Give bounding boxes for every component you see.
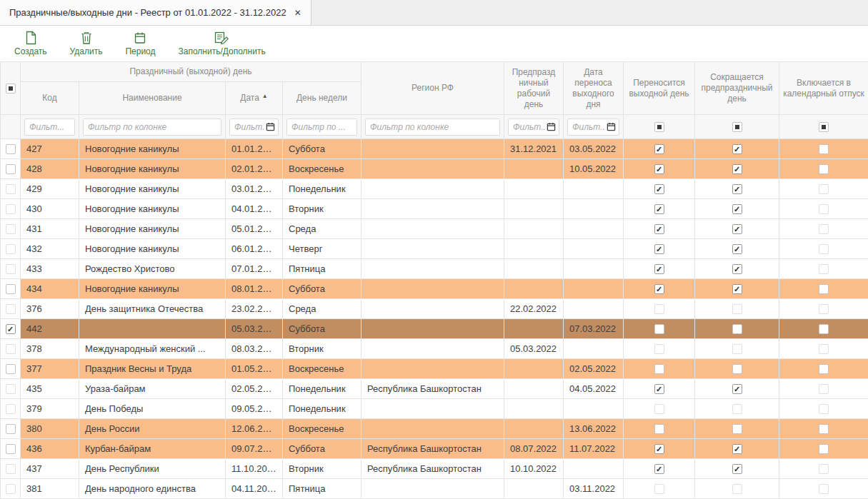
filter-date-field[interactable] [229, 119, 279, 136]
is-transferred-checkbox[interactable] [654, 364, 664, 374]
filter-is-shortened-checkbox[interactable] [732, 122, 742, 132]
in-vacation-checkbox[interactable] [819, 324, 829, 334]
filter-is-transferred-checkbox[interactable] [654, 122, 664, 132]
row-select-checkbox[interactable] [6, 264, 16, 274]
calendar-icon[interactable] [607, 122, 616, 131]
filter-preholiday-input[interactable] [513, 122, 545, 132]
is-transferred-checkbox[interactable] [654, 344, 664, 354]
row-select-checkbox[interactable] [6, 304, 16, 314]
is-transferred-checkbox[interactable] [654, 404, 664, 414]
row-select-checkbox[interactable] [6, 404, 16, 414]
in-vacation-checkbox[interactable] [819, 144, 829, 154]
row-select-checkbox[interactable] [6, 184, 16, 194]
is-shortened-checkbox[interactable] [732, 324, 742, 334]
tab-holidays-registry[interactable]: Праздничные/выходные дни - Реестр от 01.… [0, 0, 311, 25]
table-row[interactable]: 376День защитника Отечества23.02.2022Сре… [1, 299, 868, 319]
in-vacation-checkbox[interactable] [819, 184, 829, 194]
row-select-checkbox[interactable] [6, 424, 16, 434]
in-vacation-checkbox[interactable] [819, 384, 829, 394]
in-vacation-checkbox[interactable] [819, 404, 829, 414]
in-vacation-checkbox[interactable] [819, 484, 829, 494]
is-transferred-checkbox[interactable] [654, 484, 664, 494]
fill-append-button[interactable]: Заполнить/Дополнить [176, 29, 269, 58]
table-row[interactable]: 428Новогодние каникулы02.01.2022Воскресе… [1, 159, 868, 179]
row-select-checkbox[interactable] [6, 204, 16, 214]
row-select-checkbox[interactable] [6, 364, 16, 374]
table-row[interactable]: 434Новогодние каникулы08.01.2022Суббота✓… [1, 279, 868, 299]
table-row[interactable]: 435Ураза-байрам02.05.2022ПонедельникРесп… [1, 379, 868, 399]
row-select-checkbox[interactable] [6, 464, 16, 474]
select-all-checkbox[interactable] [6, 84, 16, 94]
col-header-preholiday[interactable]: Предпразд ничный рабочий день [504, 62, 564, 115]
is-shortened-checkbox[interactable] [732, 424, 742, 434]
is-shortened-checkbox[interactable]: ✓ [732, 144, 742, 154]
delete-button[interactable]: Удалить [67, 29, 106, 58]
in-vacation-checkbox[interactable] [819, 444, 829, 454]
row-select-checkbox[interactable] [6, 224, 16, 234]
table-row[interactable]: 378Международный женский ...08.03.2022Вт… [1, 339, 868, 359]
calendar-icon[interactable] [266, 122, 275, 131]
in-vacation-checkbox[interactable] [819, 344, 829, 354]
in-vacation-checkbox[interactable] [819, 204, 829, 214]
is-shortened-checkbox[interactable] [732, 364, 742, 374]
row-select-checkbox[interactable] [6, 484, 16, 494]
period-button[interactable]: Период [122, 29, 158, 58]
table-row[interactable]: 433Рождество Христово07.01.2022Пятница✓✓ [1, 259, 868, 279]
is-shortened-checkbox[interactable]: ✓ [732, 264, 742, 274]
row-select-checkbox[interactable] [6, 244, 16, 254]
filter-preholiday-field[interactable] [508, 119, 559, 136]
is-shortened-checkbox[interactable]: ✓ [732, 204, 742, 214]
is-shortened-checkbox[interactable] [732, 304, 742, 314]
table-row[interactable]: 381День народного единства04.11.2022Пятн… [1, 479, 868, 499]
row-select-checkbox[interactable] [6, 144, 16, 154]
table-row[interactable]: ✓44205.03.2022Суббота07.03.2022 [1, 319, 868, 339]
table-row[interactable]: 436Курбан-байрам09.07.2022СубботаРеспубл… [1, 439, 868, 459]
is-shortened-checkbox[interactable]: ✓ [732, 184, 742, 194]
is-transferred-checkbox[interactable]: ✓ [654, 264, 664, 274]
table-row[interactable]: 429Новогодние каникулы03.01.2022Понедель… [1, 179, 868, 199]
is-shortened-checkbox[interactable]: ✓ [732, 164, 742, 174]
is-shortened-checkbox[interactable]: ✓ [732, 244, 742, 254]
is-transferred-checkbox[interactable]: ✓ [654, 444, 664, 454]
col-header-name[interactable]: Наименование [79, 82, 226, 115]
filter-name-input[interactable] [83, 119, 221, 136]
is-shortened-checkbox[interactable]: ✓ [732, 284, 742, 294]
filter-transfer-input[interactable] [572, 122, 605, 132]
filter-weekday-input[interactable] [286, 119, 357, 136]
is-transferred-checkbox[interactable]: ✓ [654, 384, 664, 394]
table-row[interactable]: 377Праздник Весны и Труда01.05.2022Воскр… [1, 359, 868, 379]
col-header-is-shortened[interactable]: Сокращается предпраздничный день [695, 62, 779, 115]
in-vacation-checkbox[interactable] [819, 264, 829, 274]
is-shortened-checkbox[interactable] [732, 484, 742, 494]
filter-transfer-field[interactable] [567, 119, 619, 136]
col-header-region[interactable]: Регион РФ [361, 62, 504, 115]
in-vacation-checkbox[interactable] [819, 164, 829, 174]
in-vacation-checkbox[interactable] [819, 224, 829, 234]
is-shortened-checkbox[interactable] [732, 404, 742, 414]
col-header-date[interactable]: Дата▲ [226, 82, 283, 115]
table-row[interactable]: 379День Победы09.05.2022Понедельник [1, 399, 868, 419]
col-header-in-vacation[interactable]: Включается в календарный отпуск [779, 62, 868, 115]
row-select-checkbox[interactable] [6, 284, 16, 294]
is-transferred-checkbox[interactable] [654, 424, 664, 434]
is-shortened-checkbox[interactable]: ✓ [732, 224, 742, 234]
is-transferred-checkbox[interactable] [654, 304, 664, 314]
in-vacation-checkbox[interactable] [819, 284, 829, 294]
is-transferred-checkbox[interactable]: ✓ [654, 164, 664, 174]
row-select-checkbox[interactable] [6, 344, 16, 354]
tab-close-icon[interactable]: ✕ [294, 8, 301, 18]
in-vacation-checkbox[interactable] [819, 304, 829, 314]
is-shortened-checkbox[interactable] [732, 344, 742, 354]
table-row[interactable]: 427Новогодние каникулы01.01.2022Суббота3… [1, 139, 868, 159]
in-vacation-checkbox[interactable] [819, 424, 829, 434]
table-row[interactable]: 432Новогодние каникулы06.01.2022Четверг✓… [1, 239, 868, 259]
calendar-icon[interactable] [547, 122, 556, 131]
is-transferred-checkbox[interactable]: ✓ [654, 244, 664, 254]
is-transferred-checkbox[interactable]: ✓ [654, 144, 664, 154]
create-button[interactable]: Создать [11, 29, 50, 58]
row-select-checkbox[interactable] [6, 164, 16, 174]
table-row[interactable]: 437День Республики11.10.2022ВторникРеспу… [1, 459, 868, 479]
col-header-weekday[interactable]: День недели [283, 82, 361, 115]
is-transferred-checkbox[interactable]: ✓ [654, 224, 664, 234]
row-select-checkbox[interactable]: ✓ [6, 324, 16, 334]
